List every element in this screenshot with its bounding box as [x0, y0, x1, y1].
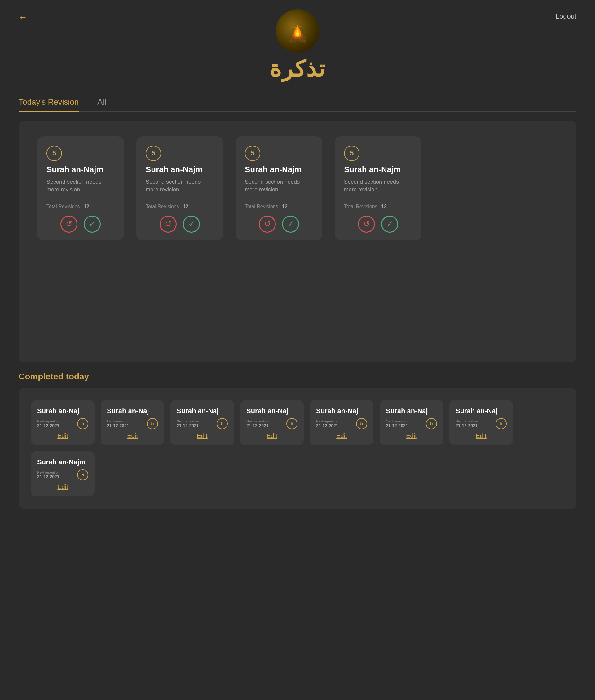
logo-container: تذكرة — [270, 9, 325, 82]
svg-point-4 — [294, 27, 295, 29]
card-number-badge: 5 — [146, 146, 161, 161]
edit-button[interactable]: Edit — [57, 432, 68, 439]
next-repeat-label: Next repeat on — [456, 419, 478, 423]
tab-today-revision[interactable]: Today's Revision — [19, 97, 79, 112]
edit-button[interactable]: Edit — [127, 432, 138, 439]
completed-card-title: Surah an-Naj — [386, 407, 437, 415]
revision-card: 5 Surah an-Najm Second section needs mor… — [235, 136, 322, 240]
card-title: Surah an-Najm — [344, 165, 412, 174]
check-button[interactable]: ✓ — [183, 215, 200, 233]
card-subtitle: Second section needs more revision — [146, 178, 214, 194]
mini-badge: 5 — [147, 418, 158, 429]
completed-section: Completed today Surah an-Naj Next repeat… — [19, 372, 576, 508]
card-divider — [47, 199, 115, 199]
completed-card-meta: Next repeat on 21-12-2021 5 — [107, 418, 158, 429]
completed-card: Surah an-Naj Next repeat on 21-12-2021 5… — [240, 400, 304, 445]
revision-card: 5 Surah an-Najm Second section needs mor… — [335, 136, 422, 240]
card-number-badge: 5 — [344, 146, 360, 161]
card-title: Surah an-Najm — [245, 165, 313, 174]
main-content: 5 Surah an-Najm Second section needs mor… — [19, 121, 576, 362]
card-meta: Total Revisions 12 — [245, 204, 313, 209]
completed-card: Surah an-Naj Next repeat on 21-12-2021 5… — [170, 400, 234, 445]
next-repeat: Next repeat on 21-12-2021 — [107, 419, 129, 428]
redo-button[interactable]: ↺ — [60, 215, 78, 233]
card-divider — [344, 199, 412, 199]
next-repeat: Next repeat on 21-12-2021 — [37, 419, 59, 428]
card-title: Surah an-Najm — [47, 165, 115, 174]
completed-card-meta: Next repeat on 21-12-2021 5 — [37, 469, 88, 480]
card-actions: ↺ ✓ — [146, 215, 214, 233]
revision-card: 5 Surah an-Najm Second section needs mor… — [136, 136, 223, 240]
next-repeat-date: 21-12-2021 — [456, 423, 478, 428]
edit-button[interactable]: Edit — [336, 432, 347, 439]
next-repeat-date: 21-12-2021 — [246, 423, 269, 428]
completed-card-meta: Next repeat on 21-12-2021 5 — [456, 418, 507, 429]
completed-card-meta: Next repeat on 21-12-2021 5 — [177, 418, 228, 429]
next-repeat-date: 21-12-2021 — [37, 423, 59, 428]
next-repeat: Next repeat on 21-12-2021 — [316, 419, 338, 428]
completed-card-title: Surah an-Naj — [107, 407, 158, 415]
completed-card-title: Surah an-Najm — [37, 458, 88, 466]
edit-button[interactable]: Edit — [197, 432, 207, 439]
next-repeat-label: Next repeat on — [37, 470, 59, 474]
completed-card-title: Surah an-Naj — [177, 407, 228, 415]
completed-card-title: Surah an-Naj — [37, 407, 88, 415]
next-repeat-label: Next repeat on — [386, 419, 408, 423]
edit-button[interactable]: Edit — [266, 432, 277, 439]
next-repeat: Next repeat on 21-12-2021 — [177, 419, 199, 428]
completed-card-title: Surah an-Naj — [316, 407, 367, 415]
completed-header: Completed today — [19, 372, 576, 382]
revision-cards-grid: 5 Surah an-Najm Second section needs mor… — [37, 136, 558, 240]
check-button[interactable]: ✓ — [282, 215, 299, 233]
edit-button[interactable]: Edit — [57, 484, 68, 491]
mini-badge: 5 — [217, 418, 228, 429]
card-meta: Total Revisions 12 — [47, 204, 115, 209]
card-actions: ↺ ✓ — [344, 215, 412, 233]
app-title: تذكرة — [270, 56, 325, 82]
edit-button[interactable]: Edit — [476, 432, 486, 439]
card-divider — [245, 199, 313, 199]
redo-button[interactable]: ↺ — [160, 215, 177, 233]
mini-badge: 5 — [77, 418, 88, 429]
card-subtitle: Second section needs more revision — [344, 178, 412, 194]
next-repeat-date: 21-12-2021 — [177, 423, 199, 428]
completed-card-meta: Next repeat on 21-12-2021 5 — [37, 418, 88, 429]
card-title: Surah an-Najm — [146, 165, 214, 174]
next-repeat-date: 21-12-2021 — [316, 423, 338, 428]
completed-cards-grid: Surah an-Naj Next repeat on 21-12-2021 5… — [19, 388, 576, 508]
completed-card: Surah an-Najm Next repeat on 21-12-2021 … — [31, 451, 94, 496]
completed-card: Surah an-Naj Next repeat on 21-12-2021 5… — [31, 400, 94, 445]
next-repeat-label: Next repeat on — [107, 419, 129, 423]
completed-card-meta: Next repeat on 21-12-2021 5 — [246, 418, 298, 429]
next-repeat-date: 21-12-2021 — [37, 474, 59, 479]
logout-button[interactable]: Logout — [556, 12, 576, 21]
svg-point-5 — [300, 26, 301, 27]
revision-card: 5 Surah an-Najm Second section needs mor… — [37, 136, 124, 240]
header: ← تذكرة Logout — [0, 0, 595, 88]
card-meta: Total Revisions 12 — [146, 204, 214, 209]
check-button[interactable]: ✓ — [381, 215, 398, 233]
card-subtitle: Second section needs more revision — [245, 178, 313, 194]
svg-point-6 — [296, 24, 296, 25]
check-button[interactable]: ✓ — [84, 215, 101, 233]
mini-badge: 5 — [77, 469, 88, 480]
card-divider — [146, 199, 214, 199]
tabs-container: Today's Revision All — [0, 88, 595, 112]
logo-image — [276, 9, 319, 53]
card-actions: ↺ ✓ — [245, 215, 313, 233]
redo-button[interactable]: ↺ — [259, 215, 276, 233]
tabs: Today's Revision All — [19, 97, 576, 112]
next-repeat-label: Next repeat on — [37, 419, 59, 423]
back-button[interactable]: ← — [19, 12, 27, 22]
redo-button[interactable]: ↺ — [358, 215, 375, 233]
tab-all[interactable]: All — [97, 97, 106, 112]
card-number-badge: 5 — [47, 146, 62, 161]
mini-badge: 5 — [426, 418, 437, 429]
completed-divider — [95, 377, 576, 377]
mini-badge: 5 — [286, 418, 298, 429]
completed-card: Surah an-Naj Next repeat on 21-12-2021 5… — [449, 400, 513, 445]
next-repeat-label: Next repeat on — [316, 419, 338, 423]
completed-card: Surah an-Naj Next repeat on 21-12-2021 5… — [379, 400, 443, 445]
completed-card-meta: Next repeat on 21-12-2021 5 — [386, 418, 437, 429]
edit-button[interactable]: Edit — [406, 432, 417, 439]
